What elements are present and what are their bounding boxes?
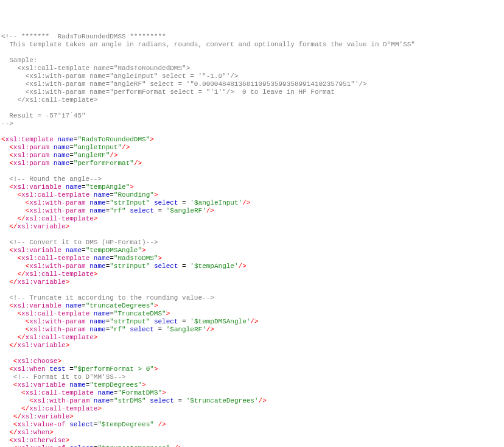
- val: '$tempDMSAngle': [190, 318, 250, 325]
- attr: name: [89, 326, 105, 333]
- attr: name: [66, 247, 82, 254]
- tag-open: <: [9, 302, 13, 309]
- val: "$truncateDegrees": [97, 445, 170, 447]
- tag-open: <: [9, 144, 13, 151]
- tag-open: <: [29, 397, 33, 404]
- comment: <xsl:with-param name="angleRF" select = …: [1, 80, 367, 88]
- eq: =: [178, 397, 183, 404]
- eq: =: [69, 365, 74, 373]
- eq: =: [69, 144, 74, 151]
- comment: -->: [1, 120, 13, 127]
- elem: xsl:template: [5, 136, 54, 143]
- val: "rf": [110, 326, 125, 333]
- val: "TruncateDMS": [114, 310, 166, 317]
- val: "Rounding": [114, 191, 154, 199]
- tag-open: </: [9, 278, 17, 286]
- attr: name: [54, 152, 69, 159]
- elem: xsl:call-template: [26, 334, 94, 341]
- comment: <!-- Truncate it according to the roundi…: [1, 294, 214, 301]
- val: "angleInput": [74, 144, 122, 151]
- val: "FormatDMS": [117, 389, 162, 396]
- tag-close: >: [57, 357, 61, 365]
- tag-open: </: [9, 223, 17, 230]
- elem: xsl:otherwise: [13, 437, 66, 444]
- tag-close: />: [122, 144, 130, 151]
- elem: xsl:with-param: [29, 262, 85, 270]
- val: '$angleRF': [166, 207, 206, 214]
- tag-open: </: [17, 334, 25, 341]
- tag-close: >: [150, 136, 154, 143]
- tag-open: </: [17, 270, 25, 278]
- attr: select: [150, 397, 174, 404]
- tag-close: />: [206, 326, 214, 333]
- eq: =: [82, 183, 86, 191]
- tag-close: />: [174, 445, 182, 447]
- elem: xsl:call-template: [29, 405, 97, 412]
- val: "tempDegrees": [89, 381, 142, 389]
- tag-close: />: [158, 421, 166, 428]
- val: "RadsToRoundedDMS": [77, 136, 150, 143]
- tag-open: <: [9, 183, 13, 191]
- elem: xsl:variable: [13, 302, 61, 309]
- tag-close: >: [66, 437, 70, 444]
- attr: name: [94, 397, 110, 404]
- tag-open: <: [9, 160, 13, 167]
- attr: name: [89, 318, 105, 325]
- attr: name: [94, 310, 110, 317]
- tag-close: >: [97, 405, 102, 412]
- attr: test: [49, 365, 65, 373]
- eq: =: [110, 397, 114, 404]
- tag-open: </: [9, 429, 17, 436]
- attr: name: [54, 144, 69, 151]
- elem: xsl:variable: [21, 413, 69, 420]
- elem: xsl:param: [13, 160, 49, 167]
- elem: xsl:variable: [13, 183, 61, 191]
- tag-close: />: [259, 397, 267, 404]
- tag-open: <: [9, 437, 13, 444]
- elem: xsl:with-param: [33, 397, 89, 404]
- elem: xsl:call-template: [21, 191, 89, 199]
- comment: <xsl:with-param name="angleInput" select…: [1, 72, 238, 80]
- attr: name: [57, 136, 73, 143]
- eq: =: [158, 207, 163, 214]
- eq: =: [110, 191, 114, 199]
- attr: name: [66, 302, 82, 309]
- eq: =: [182, 318, 186, 325]
- tag-close: >: [94, 270, 98, 278]
- tag-close: >: [154, 191, 158, 199]
- val: '$angleInput': [190, 199, 242, 206]
- tag-close: >: [69, 413, 74, 420]
- val: "tempDMSAngle": [86, 247, 142, 254]
- comment: This template takes an angle in radians,…: [1, 41, 415, 48]
- tag-close: >: [154, 365, 158, 373]
- val: "$performFormat > 0": [74, 365, 154, 373]
- attr: select: [69, 421, 94, 428]
- tag-close: >: [66, 223, 70, 230]
- tag-close: >: [158, 255, 162, 262]
- elem: xsl:with-param: [29, 199, 85, 206]
- tag-close: >: [142, 381, 146, 389]
- eq: =: [82, 302, 86, 309]
- comment: <!-- Round the angle-->: [1, 175, 102, 183]
- val: "truncateDegrees": [86, 302, 154, 309]
- tag-open: <: [9, 152, 13, 159]
- elem: xsl:variable: [17, 381, 65, 389]
- tag-close: />: [250, 318, 258, 325]
- comment: <!-- Convert it to DMS (HP-Format)-->: [1, 239, 158, 246]
- elem: xsl:call-template: [26, 215, 94, 222]
- elem: xsl:param: [13, 152, 49, 159]
- eq: =: [182, 199, 186, 206]
- tag-close: >: [162, 389, 166, 396]
- comment: <xsl:with-param name="performFormat sele…: [1, 88, 335, 96]
- attr: name: [94, 191, 110, 199]
- attr: name: [89, 207, 105, 214]
- attr: select: [130, 207, 154, 214]
- eq: =: [158, 326, 163, 333]
- elem: xsl:param: [13, 144, 49, 151]
- tag-open: </: [9, 342, 17, 349]
- val: '$angleRF': [166, 326, 206, 333]
- tag-close: >: [166, 310, 170, 317]
- elem: xsl:variable: [17, 223, 65, 230]
- attr: name: [97, 389, 113, 396]
- val: "tempAngle": [86, 183, 130, 191]
